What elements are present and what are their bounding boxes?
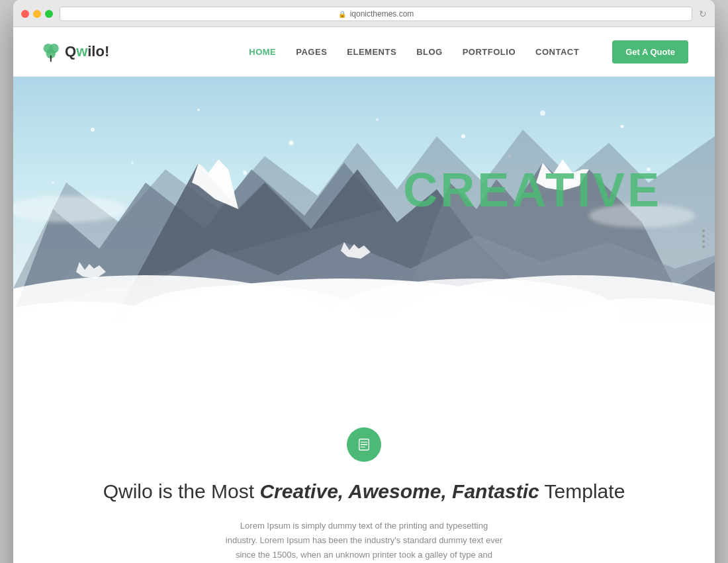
svg-point-6 (197, 108, 200, 111)
nav-item-portfolio[interactable]: PORTFOLIO (463, 46, 516, 58)
nav-item-home[interactable]: HOME (249, 46, 276, 58)
document-icon (357, 437, 371, 452)
close-button[interactable] (21, 10, 29, 18)
navbar: Qwilo! HOME PAGES ELEMENTS BLOG PORTFOLI… (13, 27, 715, 77)
nav-item-cta[interactable]: Get A Quote (599, 40, 688, 64)
logo[interactable]: Qwilo! (40, 41, 109, 62)
section-title: Qwilo is the Most Creative, Awesome, Fan… (26, 478, 702, 505)
nav-link-portfolio[interactable]: PORTFOLIO (463, 47, 516, 57)
scroll-indicator (702, 230, 705, 248)
svg-point-10 (540, 110, 545, 116)
svg-point-9 (461, 134, 465, 138)
svg-point-12 (131, 161, 134, 164)
mountain-scene-svg (13, 77, 715, 401)
maximize-button[interactable] (45, 10, 53, 18)
scroll-dot-2 (702, 235, 705, 238)
section-title-part1: Qwilo is the Most (103, 480, 260, 502)
nav-item-blog[interactable]: BLOG (416, 46, 443, 58)
nav-link-pages[interactable]: PAGES (296, 47, 327, 57)
nav-link-blog[interactable]: BLOG (416, 47, 443, 57)
traffic-lights (21, 10, 53, 18)
nav-item-elements[interactable]: ELEMENTS (347, 46, 396, 58)
hero-creative-text: CREATIVE (403, 163, 662, 217)
browser-window: 🔒 iqonicthemes.com ↻ Qwilo! (13, 0, 715, 563)
logo-text: Qwilo! (65, 43, 109, 60)
lock-icon: 🔒 (338, 11, 346, 18)
webpage: Qwilo! HOME PAGES ELEMENTS BLOG PORTFOLI… (13, 27, 715, 563)
address-bar[interactable]: 🔒 iqonicthemes.com (60, 7, 692, 21)
refresh-button[interactable]: ↻ (699, 9, 707, 19)
section-icon (347, 427, 381, 462)
content-section: Qwilo is the Most Creative, Awesome, Fan… (13, 401, 715, 563)
scroll-dot-1 (702, 230, 705, 232)
logo-q: Q (65, 43, 76, 60)
svg-point-7 (289, 141, 294, 146)
section-body-text: Lorem Ipsum is simply dummy text of the … (225, 519, 503, 563)
svg-point-5 (91, 128, 95, 132)
section-title-italic: Creative, Awesome, Fantastic (259, 480, 539, 502)
svg-point-8 (376, 118, 379, 121)
svg-point-35 (13, 315, 715, 394)
nav-item-pages[interactable]: PAGES (296, 46, 327, 58)
nav-item-contact[interactable]: CONTACT (535, 46, 579, 58)
hero-section: CREATIVE (13, 77, 715, 401)
logo-icon (40, 41, 61, 62)
scroll-dot-4 (702, 245, 705, 248)
get-quote-button[interactable]: Get A Quote (612, 40, 688, 64)
nav-links: HOME PAGES ELEMENTS BLOG PORTFOLIO CONTA… (249, 40, 688, 64)
svg-point-13 (243, 171, 247, 175)
logo-rest: ilo! (87, 43, 109, 60)
browser-chrome: 🔒 iqonicthemes.com ↻ (13, 0, 715, 27)
minimize-button[interactable] (33, 10, 41, 18)
scroll-dot-3 (702, 240, 705, 243)
svg-point-16 (52, 181, 54, 184)
url-text: iqonicthemes.com (350, 9, 414, 19)
svg-point-11 (621, 125, 624, 128)
logo-w: w (76, 43, 87, 60)
nav-link-elements[interactable]: ELEMENTS (347, 47, 396, 57)
nav-link-home[interactable]: HOME (249, 47, 276, 57)
section-title-part2: Template (539, 480, 625, 502)
nav-link-contact[interactable]: CONTACT (535, 47, 579, 57)
